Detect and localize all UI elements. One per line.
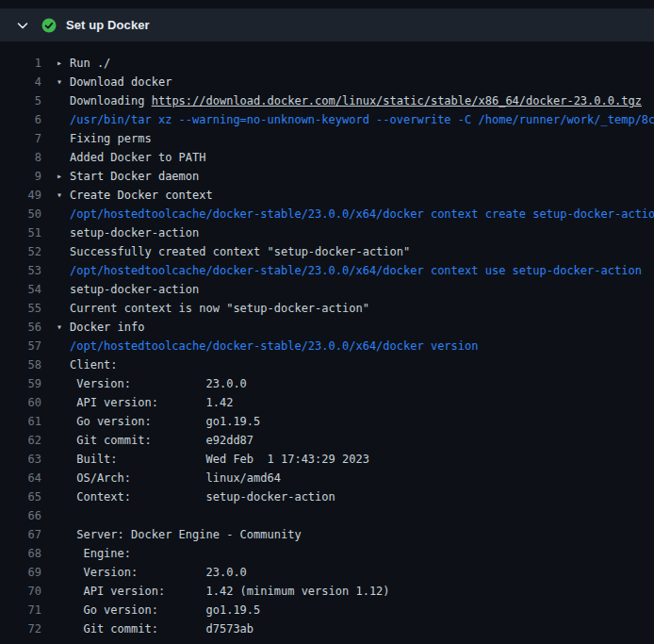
- line-number[interactable]: 4: [0, 73, 41, 91]
- indent-spacer: [57, 242, 70, 261]
- group-title: Run ./: [70, 54, 110, 73]
- log-line: 60 API version: 1.42: [0, 393, 654, 412]
- log-text: Fixing perms: [70, 129, 152, 148]
- log-text: Go version: go1.19.5: [70, 601, 260, 619]
- log: 1▸Run ./4▾Download docker5 Downloading h…: [0, 41, 654, 638]
- command-text: /opt/hostedtoolcache/docker-stable/23.0.…: [70, 337, 478, 355]
- indent-spacer: [57, 544, 70, 563]
- line-number[interactable]: 67: [0, 525, 41, 544]
- triangle-right-icon[interactable]: ▸: [57, 54, 70, 73]
- log-line: 54 setup-docker-action: [0, 280, 654, 299]
- log-text: Built: Wed Feb 1 17:43:29 2023: [70, 450, 369, 469]
- indent-spacer: [57, 91, 70, 110]
- line-number[interactable]: 69: [0, 563, 41, 582]
- indent-spacer: [57, 374, 70, 393]
- line-number[interactable]: 56: [0, 318, 41, 337]
- line-number[interactable]: 70: [0, 582, 41, 601]
- group-title: Docker info: [70, 318, 144, 337]
- line-number[interactable]: 8: [0, 148, 41, 167]
- log-line: 66: [0, 506, 654, 525]
- log-line: 59 Version: 23.0.0: [0, 374, 654, 393]
- log-line: 53 /opt/hostedtoolcache/docker-stable/23…: [0, 261, 654, 280]
- indent-spacer: [57, 563, 70, 582]
- line-number[interactable]: 52: [0, 242, 41, 261]
- line-number[interactable]: 5: [0, 91, 41, 110]
- command-text: /opt/hostedtoolcache/docker-stable/23.0.…: [70, 261, 642, 280]
- line-number[interactable]: 59: [0, 374, 41, 393]
- log-text: OS/Arch: linux/amd64: [70, 469, 281, 487]
- log-line: 7 Fixing perms: [0, 129, 654, 148]
- indent-spacer: [57, 601, 70, 619]
- group-title: Download docker: [70, 73, 172, 91]
- line-number[interactable]: 49: [0, 186, 41, 205]
- log-line[interactable]: 49▾Create Docker context: [0, 186, 654, 205]
- line-number[interactable]: 9: [0, 167, 41, 186]
- download-url-link[interactable]: https://download.docker.com/linux/static…: [152, 91, 642, 110]
- line-number[interactable]: 65: [0, 487, 41, 506]
- step-title: Set up Docker: [66, 18, 150, 32]
- line-number[interactable]: 55: [0, 299, 41, 318]
- line-number[interactable]: 71: [0, 601, 41, 619]
- log-text: Downloading: [70, 91, 152, 110]
- indent-spacer: [57, 261, 70, 280]
- log-text: Current context is now "setup-docker-act…: [70, 299, 369, 318]
- line-number[interactable]: 7: [0, 129, 41, 148]
- line-number[interactable]: 60: [0, 393, 41, 412]
- line-number[interactable]: 63: [0, 450, 41, 469]
- log-line: 8 Added Docker to PATH: [0, 148, 654, 167]
- log-text: Version: 23.0.0: [70, 374, 247, 393]
- triangle-down-icon[interactable]: ▾: [57, 73, 70, 91]
- log-line: 67 Server: Docker Engine - Community: [0, 525, 654, 544]
- line-number[interactable]: 51: [0, 223, 41, 242]
- line-number[interactable]: 72: [0, 619, 41, 638]
- line-number[interactable]: 6: [0, 110, 41, 129]
- log-text: Go version: go1.19.5: [70, 412, 260, 431]
- indent-spacer: [57, 431, 70, 450]
- indent-spacer: [57, 582, 70, 601]
- chevron-down-icon[interactable]: [15, 18, 30, 33]
- log-text: API version: 1.42 (minimum version 1.12): [70, 582, 390, 601]
- log-text: Git commit: e92dd87: [70, 431, 253, 450]
- log-line[interactable]: 1▸Run ./: [0, 54, 654, 73]
- line-number[interactable]: 68: [0, 544, 41, 563]
- log-text: Added Docker to PATH: [70, 148, 206, 167]
- log-line: 64 OS/Arch: linux/amd64: [0, 469, 654, 487]
- triangle-down-icon[interactable]: ▾: [57, 318, 70, 337]
- log-text: Engine:: [70, 544, 131, 563]
- indent-spacer: [57, 148, 70, 167]
- triangle-right-icon[interactable]: ▸: [57, 167, 70, 186]
- log-text: API version: 1.42: [70, 393, 233, 412]
- log-line: 62 Git commit: e92dd87: [0, 431, 654, 450]
- log-text: Git commit: d7573ab: [70, 619, 253, 638]
- indent-spacer: [57, 223, 70, 242]
- log-text: Successfully created context "setup-dock…: [70, 242, 410, 261]
- line-number[interactable]: 66: [0, 506, 41, 525]
- indent-spacer: [57, 280, 70, 299]
- log-text: Context: setup-docker-action: [70, 487, 335, 506]
- group-title: Create Docker context: [70, 186, 213, 205]
- indent-spacer: [57, 299, 70, 318]
- check-circle-success-icon: [41, 18, 57, 33]
- line-number[interactable]: 64: [0, 469, 41, 487]
- indent-spacer: [57, 412, 70, 431]
- step-header[interactable]: Set up Docker: [0, 8, 654, 41]
- log-line[interactable]: 9▸Start Docker daemon: [0, 167, 654, 186]
- log-line[interactable]: 4▾Download docker: [0, 73, 654, 91]
- log-line[interactable]: 56▾Docker info: [0, 318, 654, 337]
- log-line: 52 Successfully created context "setup-d…: [0, 242, 654, 261]
- log-line: 55 Current context is now "setup-docker-…: [0, 299, 654, 318]
- indent-spacer: [57, 506, 70, 525]
- line-number[interactable]: 54: [0, 280, 41, 299]
- triangle-down-icon[interactable]: ▾: [57, 186, 70, 205]
- indent-spacer: [57, 393, 70, 412]
- log-line: 68 Engine:: [0, 544, 654, 563]
- line-number[interactable]: 53: [0, 261, 41, 280]
- indent-spacer: [57, 450, 70, 469]
- line-number[interactable]: 57: [0, 337, 41, 355]
- line-number[interactable]: 62: [0, 431, 41, 450]
- line-number[interactable]: 1: [0, 54, 41, 73]
- line-number[interactable]: 61: [0, 412, 41, 431]
- line-number[interactable]: 50: [0, 205, 41, 223]
- indent-spacer: [57, 337, 70, 355]
- line-number[interactable]: 58: [0, 355, 41, 374]
